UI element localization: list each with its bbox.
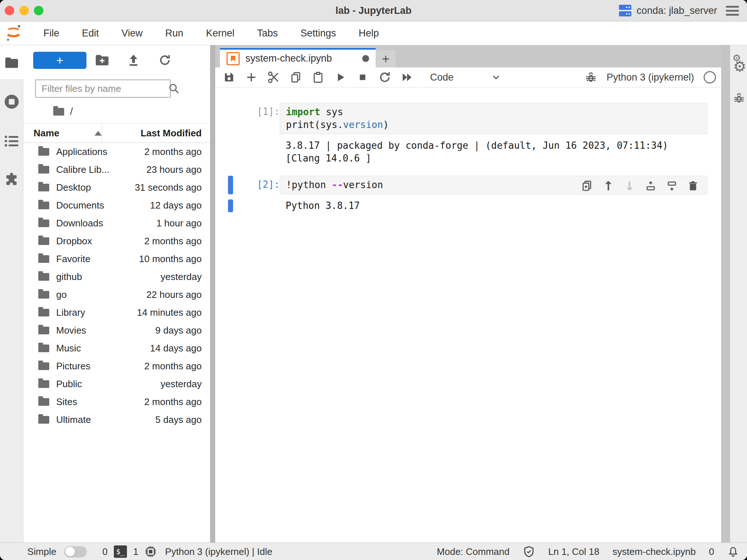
file-row[interactable]: Publicyesterday: [23, 375, 210, 393]
menu-item-settings[interactable]: Settings: [289, 28, 348, 39]
restart-kernel-icon[interactable]: [377, 69, 393, 85]
menu-item-help[interactable]: Help: [347, 28, 390, 39]
simple-mode-toggle[interactable]: [64, 546, 87, 557]
cursor-position[interactable]: Ln 1, Col 18: [548, 546, 599, 557]
menu-item-kernel[interactable]: Kernel: [195, 28, 246, 39]
notebook-cell: [2]:!python --version ↑ ↓ Python 3.8.17: [215, 176, 721, 212]
panel-resize-handle[interactable]: [210, 45, 215, 542]
execution-count: [1]:: [233, 103, 280, 134]
file-filter-box: [35, 79, 171, 98]
tab-system-check[interactable]: system-check.ipynb: [220, 48, 376, 67]
file-row[interactable]: Favorite10 months ago: [23, 250, 210, 268]
file-name: Desktop: [56, 182, 114, 193]
table-of-contents-tab-icon[interactable]: [0, 135, 23, 147]
file-row[interactable]: githubyesterday: [23, 268, 210, 286]
folder-icon: [38, 202, 49, 209]
file-browser-panel: + /: [23, 45, 210, 542]
output-collapser[interactable]: [228, 199, 233, 212]
modified-column-header[interactable]: Last Modified: [102, 124, 210, 143]
cell-type-dropdown[interactable]: Code: [430, 72, 502, 83]
running-kernels-tab-icon[interactable]: [0, 94, 23, 109]
file-modified: 12 days ago: [114, 200, 210, 211]
file-row[interactable]: Sites2 months ago: [23, 393, 210, 411]
copy-cells-icon[interactable]: [288, 69, 304, 85]
file-name: Dropbox: [56, 236, 114, 247]
file-row[interactable]: Ultimate5 days ago: [23, 411, 210, 429]
file-row[interactable]: Music14 days ago: [23, 339, 210, 357]
terminals-count: 0: [102, 546, 107, 557]
menu-item-run[interactable]: Run: [154, 28, 195, 39]
file-row[interactable]: Documents12 days ago: [23, 197, 210, 214]
file-row[interactable]: Dropbox2 months ago: [23, 232, 210, 250]
name-column-header[interactable]: Name: [23, 128, 102, 139]
menu-item-file[interactable]: File: [32, 28, 71, 39]
run-cell-icon[interactable]: [332, 69, 348, 85]
file-row[interactable]: Calibre Lib...23 hours ago: [23, 161, 210, 179]
file-name: Public: [56, 378, 114, 390]
tab-bar: system-check.ipynb +: [215, 45, 721, 67]
trust-shield-icon[interactable]: [523, 545, 535, 558]
search-icon: [164, 83, 184, 94]
statusbar-filename[interactable]: system-check.ipynb: [612, 546, 696, 557]
breadcrumb-path[interactable]: /: [70, 106, 73, 117]
titlebar: lab - JupyterLab conda: jlab_server: [0, 0, 747, 22]
debugger-tab-icon[interactable]: [733, 92, 745, 104]
code-input-area[interactable]: import sysprint(sys.version): [280, 103, 707, 134]
extension-manager-tab-icon[interactable]: [0, 171, 23, 187]
jupyter-logo: [5, 24, 22, 42]
file-row[interactable]: Downloads1 hour ago: [23, 214, 210, 232]
upload-button[interactable]: [118, 54, 149, 67]
delete-cell-icon[interactable]: [682, 178, 704, 194]
file-row[interactable]: go22 hours ago: [23, 286, 210, 304]
duplicate-cell-icon[interactable]: [577, 178, 598, 194]
insert-cell-below-icon[interactable]: [661, 178, 682, 194]
file-modified: 1 hour ago: [114, 218, 210, 229]
cut-cells-icon[interactable]: [266, 69, 282, 85]
menu-item-edit[interactable]: Edit: [71, 28, 111, 39]
menu-item-tabs[interactable]: Tabs: [246, 28, 289, 39]
left-activity-bar: [0, 45, 23, 542]
output-collapser: [228, 139, 233, 165]
file-browser-tab-icon[interactable]: [0, 57, 23, 69]
interrupt-kernel-icon[interactable]: [355, 69, 371, 85]
new-launcher-button[interactable]: +: [33, 52, 86, 69]
file-row[interactable]: Pictures2 months ago: [23, 357, 210, 375]
debugger-bug-icon[interactable]: [585, 71, 597, 83]
file-modified: 23 hours ago: [114, 164, 210, 175]
paste-cells-icon[interactable]: [310, 69, 326, 85]
bell-icon[interactable]: [727, 546, 739, 557]
unsaved-changes-dot[interactable]: [362, 55, 369, 62]
hamburger-menu-icon[interactable]: [726, 6, 739, 16]
kernel-status-text[interactable]: Python 3 (ipykernel) | Idle: [165, 546, 272, 557]
file-row[interactable]: Desktop31 seconds ago: [23, 179, 210, 197]
code-input-area[interactable]: !python --version ↑ ↓: [280, 176, 707, 194]
kernel-status-icon[interactable]: [704, 71, 716, 83]
dock-scrollbar-strip[interactable]: [721, 45, 730, 542]
file-row[interactable]: Applications2 months ago: [23, 143, 210, 161]
new-folder-button[interactable]: [86, 54, 118, 66]
insert-cell-above-icon[interactable]: [640, 178, 661, 194]
command-mode-indicator[interactable]: Mode: Command: [437, 546, 510, 557]
property-inspector-tab-icon[interactable]: ⚙⚙: [730, 53, 747, 74]
breadcrumb: /: [23, 98, 210, 124]
file-name: Documents: [56, 200, 114, 211]
refresh-button[interactable]: [149, 54, 181, 67]
menu-item-view[interactable]: View: [110, 28, 154, 39]
restart-run-all-icon[interactable]: [399, 69, 415, 85]
insert-cell-icon[interactable]: [243, 69, 259, 85]
terminal-icon[interactable]: $_: [114, 545, 127, 558]
file-modified: yesterday: [114, 271, 210, 283]
file-name: Library: [56, 307, 114, 318]
save-icon[interactable]: [221, 69, 237, 85]
file-row[interactable]: Library14 minutes ago: [23, 304, 210, 322]
kernel-chip-icon[interactable]: [144, 545, 157, 558]
input-collapser[interactable]: [228, 176, 233, 194]
move-cell-up-icon[interactable]: ↑: [598, 178, 619, 194]
root-folder-icon[interactable]: [53, 108, 64, 116]
file-filter-input[interactable]: [36, 83, 164, 94]
kernel-name-button[interactable]: Python 3 (ipykernel): [607, 72, 694, 83]
new-tab-button[interactable]: +: [376, 50, 395, 67]
move-cell-down-icon[interactable]: ↓: [619, 178, 640, 194]
file-row[interactable]: Movies9 days ago: [23, 322, 210, 339]
file-list-header: Name Last Modified: [23, 124, 210, 143]
